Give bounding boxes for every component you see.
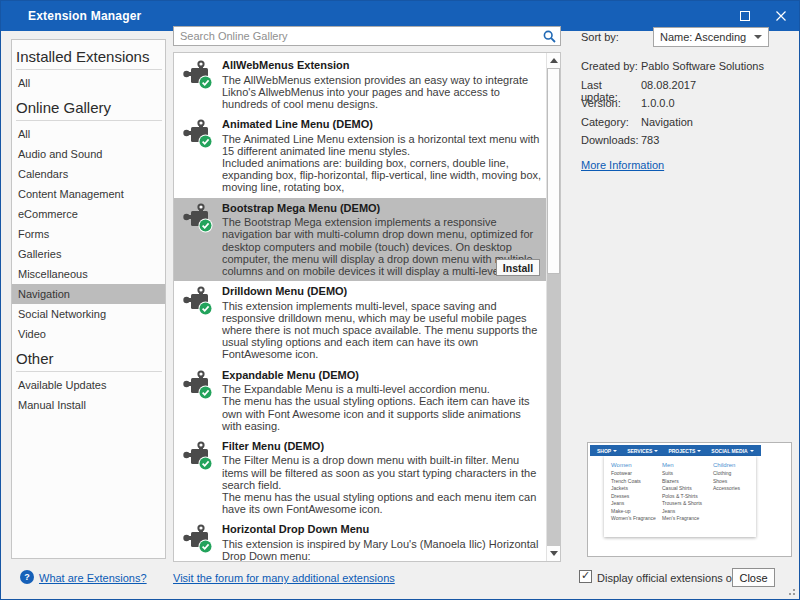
scroll-up-button[interactable] bbox=[547, 53, 560, 68]
preview-menu-item: Blazers bbox=[662, 478, 700, 486]
preview-menu-item: Men's Fragrance bbox=[662, 515, 700, 523]
preview-menu-item: Clothing bbox=[713, 470, 751, 478]
search-box bbox=[173, 26, 561, 46]
close-icon bbox=[776, 11, 786, 21]
preview-menu-item: Jackets bbox=[611, 485, 649, 493]
preview-menu-item: Trousers & Shorts bbox=[662, 500, 700, 508]
sidebar-item[interactable]: Miscellaneous bbox=[12, 264, 165, 284]
verified-badge-icon bbox=[199, 302, 213, 316]
extension-item[interactable]: Bootstrap Mega Menu (DEMO) The Bootstrap… bbox=[174, 198, 546, 282]
extension-description: The Animated Line Menu extension is a ho… bbox=[222, 133, 542, 194]
caret-down-icon bbox=[750, 450, 754, 452]
extension-title: Animated Line Menu (DEMO) bbox=[222, 118, 542, 132]
detail-row: Created by: Pablo Software Solutions bbox=[581, 60, 793, 79]
sidebar-item[interactable]: Forms bbox=[12, 224, 165, 244]
sidebar-divider bbox=[16, 69, 162, 70]
sidebar-item[interactable]: Audio and Sound bbox=[12, 144, 165, 164]
sidebar-item[interactable]: Social Networking bbox=[12, 304, 165, 324]
preview-menu-item: Jeans bbox=[662, 508, 700, 516]
search-icon[interactable] bbox=[543, 30, 556, 43]
verified-badge-icon bbox=[199, 218, 213, 232]
detail-label: Version: bbox=[581, 97, 641, 116]
extension-title: Horizontal Drop Down Menu bbox=[222, 523, 542, 537]
extension-details: Created by: Pablo Software Solutions Las… bbox=[581, 60, 793, 153]
sidebar-section-heading: Installed Extensions bbox=[12, 42, 165, 67]
detail-row: Downloads: 783 bbox=[581, 134, 793, 153]
detail-label: Created by: bbox=[581, 60, 641, 79]
preview-menu-item: Polos & T-Shirts bbox=[662, 493, 700, 501]
chevron-down-icon bbox=[754, 35, 762, 39]
forum-link[interactable]: Visit the forum for many additional exte… bbox=[173, 572, 395, 584]
verified-badge-icon bbox=[199, 540, 213, 554]
extension-title: Filter Menu (DEMO) bbox=[222, 440, 542, 454]
preview-column-header: Men bbox=[662, 461, 700, 470]
preview-menu-item: Make-up bbox=[611, 508, 649, 516]
preview-menu-item: Women's Fragrance bbox=[611, 515, 649, 523]
sidebar-section: Online Gallery AllAudio and SoundCalenda… bbox=[12, 93, 165, 344]
puzzle-icon bbox=[182, 369, 216, 432]
detail-value: Pablo Software Solutions bbox=[641, 60, 764, 79]
install-button[interactable]: Install bbox=[496, 259, 540, 276]
verified-badge-icon bbox=[199, 385, 213, 399]
extension-preview-image: SHOPSERVICESPROJECTSSOCIAL MEDIA Women F… bbox=[587, 442, 792, 557]
preview-nav-item: SHOP bbox=[592, 448, 622, 454]
preview-navbar: SHOPSERVICESPROJECTSSOCIAL MEDIA bbox=[590, 445, 761, 456]
extension-item[interactable]: Filter Menu (DEMO) The Filter Menu is a … bbox=[174, 436, 546, 520]
sidebar-section: Installed Extensions All bbox=[12, 42, 165, 93]
detail-value: Navigation bbox=[641, 116, 693, 135]
preview-nav-item: SERVICES bbox=[622, 448, 663, 454]
more-information-link[interactable]: More Information bbox=[581, 159, 664, 171]
official-extensions-checkbox-label: Display official extensions only bbox=[597, 572, 746, 584]
official-extensions-checkbox[interactable] bbox=[579, 570, 592, 583]
extension-item[interactable]: Drilldown Menu (DEMO) This extension imp… bbox=[174, 281, 546, 365]
extension-item[interactable]: Expandable Menu (DEMO) The Expandable Me… bbox=[174, 365, 546, 436]
scroll-down-button[interactable] bbox=[547, 546, 560, 561]
sidebar-item[interactable]: Video bbox=[12, 324, 165, 344]
extension-title: AllWebMenus Extension bbox=[222, 59, 542, 73]
caret-down-icon bbox=[697, 450, 701, 452]
sidebar-item[interactable]: All bbox=[12, 73, 165, 93]
detail-value: 08.08.2017 bbox=[641, 79, 696, 98]
search-input[interactable] bbox=[174, 30, 543, 42]
preview-column: Women FootwearTrench CoatsJacketsDresses… bbox=[611, 461, 649, 532]
puzzle-icon bbox=[182, 523, 216, 561]
scrollbar[interactable] bbox=[546, 53, 560, 561]
sidebar-item[interactable]: Galleries bbox=[12, 244, 165, 264]
detail-row: Version: 1.0.0.0 bbox=[581, 97, 793, 116]
maximize-icon bbox=[740, 11, 750, 21]
preview-menu-item: Casual Shirts bbox=[662, 485, 700, 493]
scroll-thumb[interactable] bbox=[547, 68, 560, 274]
resize-grip[interactable] bbox=[785, 585, 795, 595]
sidebar-item[interactable]: Content Management bbox=[12, 184, 165, 204]
sidebar-item[interactable]: Manual Install bbox=[12, 395, 165, 415]
puzzle-icon bbox=[182, 440, 216, 516]
close-dialog-button[interactable]: Close bbox=[732, 568, 775, 587]
caret-down-icon bbox=[654, 450, 658, 452]
sidebar-item[interactable]: All bbox=[12, 124, 165, 144]
extension-item[interactable]: Horizontal Drop Down Menu This extension… bbox=[174, 519, 546, 561]
preview-nav-item: SOCIAL MEDIA bbox=[706, 448, 758, 454]
extension-description: This extension is inspired by Mary Lou's… bbox=[222, 538, 542, 561]
preview-menu-item: Accessories bbox=[713, 485, 751, 493]
extension-description: The AllWebMenus extension provides an ea… bbox=[222, 74, 542, 111]
preview-menu-item: Suits bbox=[662, 470, 700, 478]
detail-value: 783 bbox=[641, 134, 659, 153]
sidebar-item[interactable]: Available Updates bbox=[12, 375, 165, 395]
arrow-down-icon bbox=[550, 551, 558, 556]
preview-nav-item: PROJECTS bbox=[663, 448, 706, 454]
sort-by-dropdown[interactable]: Name: Ascending bbox=[653, 27, 769, 47]
sidebar-section-heading: Other bbox=[12, 344, 165, 369]
sidebar-item[interactable]: eCommerce bbox=[12, 204, 165, 224]
extension-title: Expandable Menu (DEMO) bbox=[222, 369, 542, 383]
sidebar-item[interactable]: Calendars bbox=[12, 164, 165, 184]
what-are-extensions-link[interactable]: What are Extensions? bbox=[39, 572, 147, 584]
preview-menu-item: Shoes bbox=[713, 478, 751, 486]
preview-column-header: Women bbox=[611, 461, 649, 470]
extension-item[interactable]: Animated Line Menu (DEMO) The Animated L… bbox=[174, 114, 546, 198]
sort-by-label: Sort by: bbox=[581, 31, 619, 43]
extension-item[interactable]: AllWebMenus Extension The AllWebMenus ex… bbox=[174, 55, 546, 114]
sidebar-item[interactable]: Navigation bbox=[12, 284, 165, 304]
sidebar-section: Other Available UpdatesManual Install bbox=[12, 344, 165, 415]
extension-description: The Bootstrap Mega extension implements … bbox=[222, 216, 542, 277]
detail-row: Last update: 08.08.2017 bbox=[581, 79, 793, 98]
